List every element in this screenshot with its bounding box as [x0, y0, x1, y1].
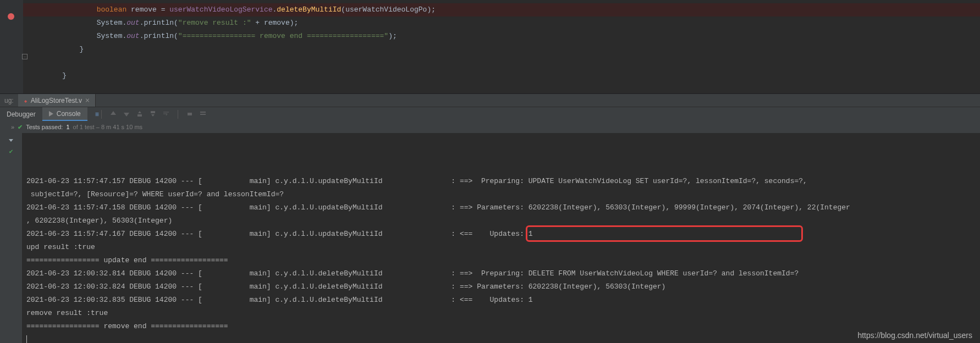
- console-line: upd result :true: [26, 241, 976, 254]
- import-icon[interactable]: [149, 110, 157, 118]
- wrap-icon[interactable]: [162, 110, 170, 118]
- svg-rect-2: [188, 113, 192, 115]
- console-line: 2021-06-23 12:00:32.814 DEBUG 14200 --- …: [26, 267, 976, 280]
- console-icon: [49, 111, 53, 117]
- export-icon[interactable]: [136, 110, 144, 118]
- test-pass-icon: ✔: [6, 146, 16, 156]
- svg-rect-1: [151, 111, 155, 113]
- run-pane: ✔ 2021-06-23 11:57:47.157 DEBUG 14200 --…: [0, 133, 980, 343]
- test-status-bar: » ✔ Tests passed: 1 of 1 test – 8 m 41 s…: [0, 121, 980, 133]
- code-line[interactable]: [23, 56, 980, 69]
- down-icon[interactable]: [123, 110, 130, 118]
- run-config-icon: ⬥: [24, 97, 27, 104]
- breakpoint-icon[interactable]: [8, 13, 14, 20]
- tab-console[interactable]: Console: [42, 107, 87, 121]
- svg-rect-4: [200, 114, 206, 115]
- watermark: https://blog.csdn.net/virtual_users: [857, 331, 972, 340]
- tab-debugger[interactable]: Debugger: [0, 107, 42, 121]
- run-gutter: ✔: [0, 133, 22, 343]
- console-toolbar: [104, 110, 212, 119]
- console-line: subjectId=?, [Resource]=? WHERE userId=?…: [26, 188, 976, 201]
- console-line: 2021-06-23 11:57:47.158 DEBUG 14200 --- …: [26, 201, 976, 214]
- console-line: 2021-06-23 11:57:47.167 DEBUG 14200 --- …: [26, 228, 976, 241]
- separator: [101, 110, 102, 119]
- console-line: ================= remove end ===========…: [26, 320, 976, 333]
- code-area[interactable]: boolean remove = userWatchVideoLogServic…: [23, 0, 980, 93]
- console-line: 2021-06-23 11:57:47.157 DEBUG 14200 --- …: [26, 175, 976, 188]
- console-line: 2021-06-23 12:00:32.824 DEBUG 14200 --- …: [26, 280, 976, 294]
- console-output[interactable]: 2021-06-23 11:57:47.157 DEBUG 14200 --- …: [22, 133, 980, 343]
- tab-debugger-label: Debugger: [7, 110, 36, 118]
- code-line[interactable]: }: [23, 69, 980, 82]
- code-line[interactable]: System.out.println("================= re…: [23, 30, 980, 43]
- tab-console-label: Console: [57, 110, 81, 118]
- tests-prefix: Tests passed:: [26, 124, 63, 130]
- toolwindow-tabbar: ug: ⬥ AliLogStoreTest.v: [0, 93, 980, 107]
- minimize-icon[interactable]: ≡: [95, 110, 99, 118]
- separator: [178, 110, 178, 119]
- console-caret-line[interactable]: [26, 333, 976, 343]
- code-line[interactable]: System.out.println("remove result :" + r…: [23, 16, 980, 30]
- toolwindow-label: ug:: [0, 97, 18, 104]
- debugger-tabrow: Debugger Console ≡: [0, 107, 980, 121]
- console-line: 2021-06-23 12:00:32.835 DEBUG 14200 --- …: [26, 294, 976, 307]
- code-editor[interactable]: – boolean remove = userWatchVideoLogServ…: [0, 0, 980, 93]
- check-icon: ✔: [18, 124, 23, 131]
- print-icon[interactable]: [186, 110, 194, 118]
- console-line: remove result :true: [26, 307, 976, 320]
- svg-rect-3: [200, 112, 206, 113]
- up-icon[interactable]: [109, 110, 117, 118]
- run-config-tab[interactable]: ⬥ AliLogStoreTest.v: [18, 94, 96, 107]
- chevron-right-icon[interactable]: »: [11, 124, 14, 130]
- console-line: ================= update end ===========…: [26, 254, 976, 267]
- code-line[interactable]: boolean remove = userWatchVideoLogServic…: [23, 3, 980, 16]
- console-line: , 6202238(Integer), 56303(Integer): [26, 214, 976, 228]
- tests-suffix: of 1 test – 8 m 41 s 10 ms: [73, 124, 143, 130]
- tests-count: 1: [66, 124, 69, 130]
- tree-toggle-icon[interactable]: [6, 135, 16, 145]
- editor-gutter[interactable]: –: [0, 0, 23, 93]
- settings-icon[interactable]: [199, 110, 207, 118]
- svg-rect-0: [137, 114, 142, 117]
- close-icon[interactable]: [85, 98, 90, 103]
- run-config-name: AliLogStoreTest.v: [31, 97, 82, 104]
- code-line[interactable]: }: [23, 43, 980, 56]
